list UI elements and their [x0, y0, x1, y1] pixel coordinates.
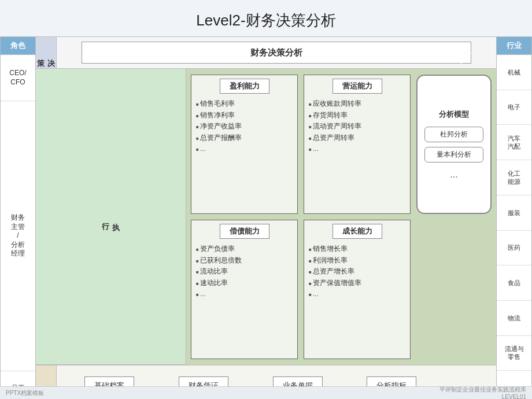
decision-row-content: 财务决策分析 [57, 37, 496, 68]
industry-auto: 汽车汽配 [497, 125, 531, 160]
list-item: 存货周转率 [309, 110, 405, 121]
capability-operations-items: 应收账款周转率 存货周转率 流动资产周转率 总资产周转率 ... [304, 96, 410, 157]
decision-row: 决策 财务决策分析 [36, 37, 496, 69]
list-item: 总资产周转率 [309, 132, 405, 144]
center-content: 决策 财务决策分析 执行 盈利能力 销售毛利率 [36, 36, 496, 399]
left-sidebar: 角色 CEO/CFO 财务主管/分析经理 员工 [0, 36, 36, 399]
list-item: 已获利息倍数 [196, 255, 293, 267]
right-sidebar: 行业 机械 电子 汽车汽配 化工能源 服装 医药 食品 物流 流通与零售 ... [496, 36, 532, 399]
capability-growth: 成长能力 销售增长率 利润增长率 总资产增长率 资产保值增值率 ... [304, 220, 411, 359]
exec-bottom-row: 偿债能力 资产负债率 已获利息倍数 流动比率 速动比率 ... 成长能力 [191, 220, 492, 359]
decision-row-header: 决策 [36, 37, 57, 69]
analysis-model-title: 分析模型 [439, 109, 469, 120]
list-item: 利润增长率 [309, 255, 405, 267]
analysis-model-dupont: 杜邦分析 [424, 127, 483, 142]
industry-apparel: 服装 [497, 195, 531, 231]
list-item: 销售净利率 [196, 110, 293, 121]
bottom-right-line2: LEVEL01 [439, 394, 526, 399]
list-item: ... [309, 143, 405, 155]
industry-food: 食品 [497, 265, 531, 301]
capability-profitability-title: 盈利能力 [220, 79, 269, 94]
decision-banner: 财务决策分析 [82, 42, 471, 64]
list-item: ... [309, 289, 405, 300]
list-item: 流动资产周转率 [309, 121, 405, 132]
industry-electronics: 电子 [497, 90, 531, 125]
list-item: ... [196, 143, 293, 155]
industry-retail: 流通与零售 [497, 336, 531, 371]
industry-logistics: 物流 [497, 301, 531, 336]
role-manager: 财务主管/分析经理 [1, 101, 35, 371]
execution-row: 执行 盈利能力 销售毛利率 销售净利率 净资产收益率 总资产报酬率 [36, 69, 496, 365]
capability-growth-items: 销售增长率 利润增长率 总资产增长率 资产保值增值率 ... [304, 241, 410, 302]
execution-row-content: 盈利能力 销售毛利率 销售净利率 净资产收益率 总资产报酬率 ... 营运 [186, 69, 496, 365]
list-item: 速动比率 [196, 278, 293, 289]
bottom-bar: PPTX档案模板 平评制定企业最佳业务实践流程库 LEVEL01 [0, 386, 532, 399]
list-item: 资产保值增值率 [309, 278, 405, 289]
capability-debt: 偿债能力 资产负债率 已获利息倍数 流动比率 速动比率 ... [191, 220, 298, 359]
capability-growth-title: 成长能力 [332, 224, 382, 239]
page-title: Level2-财务决策分析 [0, 0, 532, 36]
execution-row-header: 执行 [36, 69, 186, 365]
industry-pharma: 医药 [497, 231, 531, 266]
list-item: ... [196, 289, 293, 300]
industry-chemical: 化工能源 [497, 160, 531, 195]
capability-operations-title: 营运能力 [332, 79, 382, 94]
industry-header: 行业 [497, 37, 531, 55]
list-item: 销售增长率 [309, 243, 405, 255]
list-item: 总资产增长率 [309, 266, 405, 278]
analysis-model-cvp: 量本利分析 [424, 147, 483, 162]
list-item: 流动比率 [196, 266, 293, 278]
analysis-model-box: 分析模型 杜邦分析 量本利分析 ... [416, 75, 492, 214]
capability-debt-items: 资产负债率 已获利息倍数 流动比率 速动比率 ... [191, 241, 297, 302]
list-item: 总资产报酬率 [196, 132, 293, 144]
main-layout: 角色 CEO/CFO 财务主管/分析经理 员工 决策 财务决策分析 执行 [0, 36, 532, 399]
capability-profitability: 盈利能力 销售毛利率 销售净利率 净资产收益率 总资产报酬率 ... [191, 75, 298, 214]
list-item: 应收账款周转率 [309, 98, 405, 110]
list-item: 净资产收益率 [196, 121, 293, 132]
capability-profitability-items: 销售毛利率 销售净利率 净资产收益率 总资产报酬率 ... [191, 96, 297, 157]
list-item: 资产负债率 [196, 243, 293, 255]
capability-operations: 营运能力 应收账款周转率 存货周转率 流动资产周转率 总资产周转率 ... [304, 75, 411, 214]
bottom-right: 平评制定企业最佳业务实践流程库 LEVEL01 [439, 386, 526, 399]
bottom-right-line1: 平评制定企业最佳业务实践流程库 [439, 386, 526, 394]
exec-top-row: 盈利能力 销售毛利率 销售净利率 净资产收益率 总资产报酬率 ... 营运 [191, 75, 492, 214]
exec-grid: 盈利能力 销售毛利率 销售净利率 净资产收益率 总资产报酬率 ... 营运 [191, 75, 492, 359]
role-ceo: CEO/CFO [1, 55, 35, 101]
capability-debt-title: 偿债能力 [220, 224, 269, 239]
analysis-model-ellipsis: ... [450, 169, 457, 180]
list-item: 销售毛利率 [196, 98, 293, 110]
industry-mechanical: 机械 [497, 55, 531, 90]
bottom-left-label: PPTX档案模板 [6, 389, 44, 397]
role-header: 角色 [1, 37, 35, 55]
exec-bottom-spacer [416, 220, 492, 359]
